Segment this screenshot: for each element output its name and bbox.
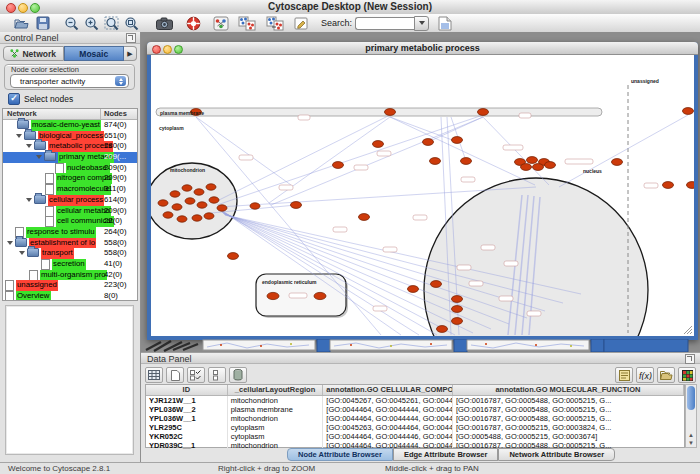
tree-col-network: Network xyxy=(7,109,37,118)
zoom-in-icon[interactable] xyxy=(84,15,100,31)
tree-row-multi-organism-process[interactable]: multi-organism pro42(0) xyxy=(3,270,137,281)
scroll-down-icon[interactable]: ▼ xyxy=(686,439,696,447)
tab-scroll-button[interactable]: ▶ xyxy=(124,46,137,61)
attribute-columns-icon[interactable] xyxy=(208,367,226,383)
tree-row-cellular-metabolic[interactable]: cellular metabo209(0) xyxy=(3,206,137,217)
network-file-icon xyxy=(45,184,54,195)
table-row[interactable]: YKR052Ccytoplasm[GO:0044464, GO:0044446,… xyxy=(146,432,684,441)
resize-grip-icon[interactable] xyxy=(684,326,692,334)
select-attributes-icon[interactable] xyxy=(187,367,205,383)
expand-triangle[interactable] xyxy=(16,134,22,138)
save-session-icon[interactable] xyxy=(36,15,50,31)
table-row[interactable]: YPL036W__2plasma membrane[GO:0044464, GO… xyxy=(146,405,684,414)
plasma-membrane-region[interactable] xyxy=(156,108,602,116)
expand-triangle[interactable] xyxy=(7,241,13,245)
snapshot-camera-icon[interactable] xyxy=(156,15,173,31)
tree-row-nitrogen-compound[interactable]: nitrogen compo209(0) xyxy=(3,173,137,184)
status-pan-hint: Middle-click + drag to PAN xyxy=(385,464,479,473)
select-nodes-checkbox[interactable]: ✓ xyxy=(8,93,20,105)
network-tab-icon xyxy=(10,49,19,58)
network-file-icon xyxy=(55,163,64,174)
tree-row-cellular-process[interactable]: cellular process614(0) xyxy=(3,195,137,206)
table-row[interactable]: YJR121W__1mitochondrion[GO:0045267, GO:0… xyxy=(146,396,684,405)
new-attribute-icon[interactable] xyxy=(166,367,184,383)
attribute-table-icon[interactable] xyxy=(145,367,163,383)
heatmap-icon[interactable] xyxy=(678,367,696,383)
tree-row-establishment-of-localization[interactable]: establishment of lo558(0) xyxy=(3,238,137,249)
annotation-icon[interactable] xyxy=(294,15,309,31)
tree-row-response-to-stimulus[interactable]: response to stimulu264(0) xyxy=(3,227,137,238)
tab-network[interactable]: Network xyxy=(3,46,64,61)
tab-node-attribute-browser[interactable]: Node Attribute Browser xyxy=(287,448,393,461)
tab-mosaic[interactable]: Mosaic xyxy=(64,46,125,61)
tree-row-transport[interactable]: transport558(0) xyxy=(3,248,137,259)
app-title: Cytoscape Desktop (New Session) xyxy=(0,0,700,14)
expand-triangle[interactable] xyxy=(26,198,32,202)
col-cellular-layout-region[interactable]: _cellularLayoutRegion xyxy=(228,385,324,395)
col-go-molecular-function[interactable]: annotation.GO MOLECULAR_FUNCTION xyxy=(453,385,684,395)
network-window-titlebar[interactable]: primary metabolic process xyxy=(147,42,698,55)
dropdown-value: transporter activity xyxy=(20,77,85,86)
tree-row-nucleobase[interactable]: nucleobase-209(0) xyxy=(3,163,137,174)
tree-row-mosaic-demo-yeast[interactable]: mosaic-demo-yeast874(0) xyxy=(3,120,137,131)
table-row[interactable]: YPL036W__1mitochondrion[GO:0044464, GO:0… xyxy=(146,414,684,423)
minimized-windows-strip[interactable] xyxy=(141,338,700,351)
network-tree: Network Nodes mosaic-demo-yeast874(0) bi… xyxy=(2,108,138,301)
tree-row-primary-metabolic[interactable]: primary metabo209(... xyxy=(3,152,137,163)
network-box-icon[interactable] xyxy=(213,15,229,31)
tree-row-macromolecule[interactable]: macromolecule311(0) xyxy=(3,184,137,195)
import-table-icon[interactable] xyxy=(438,15,452,31)
search-input[interactable] xyxy=(355,17,414,30)
network-canvas[interactable]: plasma membrane cytoplasm mitochondrion … xyxy=(151,55,694,336)
float-panel-icon[interactable] xyxy=(126,33,136,43)
notes-icon[interactable] xyxy=(615,367,633,383)
mitochondrion-label: mitochondrion xyxy=(170,167,205,173)
tree-row-cell-communication[interactable]: cell communicat22(0) xyxy=(3,216,137,227)
control-panel-header: Control Panel xyxy=(0,32,140,44)
function-builder-icon[interactable]: f(x) xyxy=(636,367,654,383)
float-panel-icon[interactable] xyxy=(685,354,695,364)
expand-triangle[interactable] xyxy=(19,251,25,255)
network-file-icon xyxy=(5,280,14,291)
dropdown-stepper-icon xyxy=(115,76,126,86)
expand-triangle[interactable] xyxy=(36,155,42,159)
network-transform-icon-2[interactable] xyxy=(266,15,284,31)
attribute-table-header[interactable]: ID _cellularLayoutRegion annotation.GO C… xyxy=(146,385,684,396)
network-transform-icon-1[interactable] xyxy=(238,15,256,31)
network-window-title: primary metabolic process xyxy=(147,42,698,55)
network-graph: plasma membrane cytoplasm mitochondrion … xyxy=(151,55,694,336)
search-dropdown-button[interactable] xyxy=(414,16,429,31)
scroll-up-icon[interactable]: ▲ xyxy=(686,431,696,439)
zoom-fit-icon[interactable] xyxy=(104,15,120,31)
zoom-out-icon[interactable] xyxy=(64,15,80,31)
network-view-window[interactable]: primary metabolic process xyxy=(147,42,698,340)
data-panel: Data Panel f(x) xyxy=(141,352,700,462)
import-attributes-icon[interactable] xyxy=(657,367,675,383)
tab-network-attribute-browser[interactable]: Network Attribute Browser xyxy=(498,448,615,461)
tree-row-biological-process[interactable]: biological_process651(0) xyxy=(3,131,137,142)
tree-row-secretion[interactable]: secretion41(0) xyxy=(3,259,137,270)
tab-edge-attribute-browser[interactable]: Edge Attribute Browser xyxy=(393,448,498,461)
folder-icon xyxy=(24,131,36,140)
network-desktop: primary metabolic process xyxy=(141,32,700,352)
tree-row-overview[interactable]: Overview8(0) xyxy=(3,291,137,301)
zoom-selected-icon[interactable] xyxy=(124,15,140,31)
tree-col-nodes: Nodes xyxy=(104,109,127,118)
help-lifering-icon[interactable] xyxy=(186,15,201,31)
delete-attribute-icon[interactable] xyxy=(229,367,247,383)
node-color-dropdown[interactable]: transporter activity xyxy=(10,74,129,88)
table-row[interactable]: YLR295Ccytoplasm[GO:0045263, GO:0044464,… xyxy=(146,423,684,432)
table-scrollbar[interactable]: ▲ ▼ xyxy=(685,384,697,448)
open-file-icon[interactable] xyxy=(14,15,30,31)
col-id[interactable]: ID xyxy=(146,385,228,395)
app-titlebar: Cytoscape Desktop (New Session) xyxy=(0,0,700,15)
scrollbar-thumb[interactable] xyxy=(687,386,695,410)
expand-triangle[interactable] xyxy=(26,144,32,148)
birds-eye-view[interactable] xyxy=(5,305,134,455)
tree-row-metabolic-process[interactable]: metabolic process280(0) xyxy=(3,141,137,152)
unassigned-label: unassigned xyxy=(631,78,659,84)
main-area: Control Panel Network Mosaic ▶ Node colo… xyxy=(0,32,700,462)
status-bar: Welcome to Cytoscape 2.8.1 Right-click +… xyxy=(0,462,700,474)
col-go-cellular-component[interactable]: annotation.GO CELLULAR_COMPONENT xyxy=(323,385,453,395)
tree-row-unassigned[interactable]: unassigned223(0) xyxy=(3,280,137,291)
